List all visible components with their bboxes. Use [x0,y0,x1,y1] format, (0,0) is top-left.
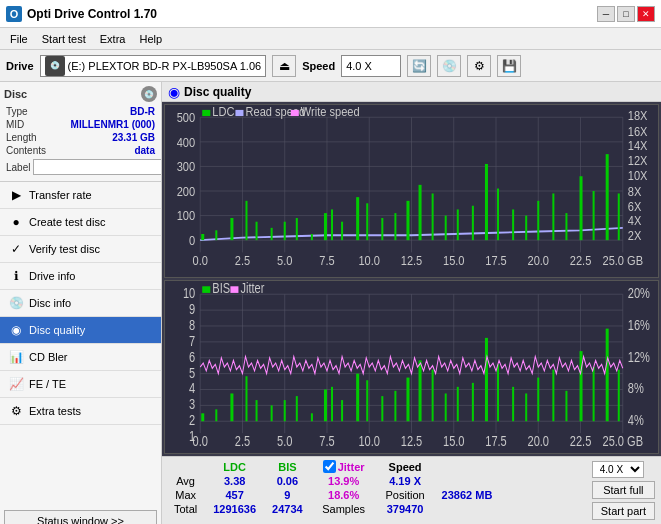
menu-start-test[interactable]: Start test [36,31,92,47]
svg-rect-107 [245,376,247,421]
position-label: Position [377,488,434,502]
svg-rect-27 [324,213,327,240]
sidebar-item-label: Create test disc [29,216,105,228]
close-button[interactable]: ✕ [637,6,655,22]
svg-text:8X: 8X [628,184,642,199]
svg-rect-116 [356,374,359,422]
max-row: Max 457 9 18.6% Position 23862 MB [166,488,500,502]
samples-val: 379470 [377,502,434,516]
save-button[interactable]: 💾 [497,55,521,77]
total-ldc: 1291636 [205,502,264,516]
menu-help[interactable]: Help [133,31,168,47]
sidebar-item-verify-test-disc[interactable]: ✓ Verify test disc [0,236,161,263]
svg-rect-30 [356,197,359,240]
status-window-button[interactable]: Status window >> [4,510,157,524]
speed-select[interactable]: 4.0 X [341,55,401,77]
stats-table: LDC BIS Jitter Speed [166,459,582,516]
svg-rect-23 [271,228,273,240]
sidebar-item-disc-info[interactable]: 💿 Disc info [0,290,161,317]
start-full-button[interactable]: Start full [592,481,655,499]
svg-rect-123 [445,393,447,421]
svg-rect-24 [284,222,286,240]
speed-dropdown: 4.0 X 2.0 X 1.0 X [592,461,655,478]
svg-text:6X: 6X [628,199,642,214]
svg-text:0.0: 0.0 [193,253,208,268]
svg-text:500: 500 [177,110,196,125]
svg-text:7.5: 7.5 [319,433,334,450]
svg-rect-38 [457,209,459,240]
svg-text:2.5: 2.5 [235,433,250,450]
svg-text:4: 4 [189,380,195,397]
svg-rect-124 [457,387,459,421]
speed-select-dropdown[interactable]: 4.0 X 2.0 X 1.0 X [592,461,644,478]
drive-value: (E:) PLEXTOR BD-R PX-LB950SA 1.06 [68,60,262,72]
sidebar-item-extra-tests[interactable]: ⚙ Extra tests [0,398,161,425]
sidebar-item-label: Disc info [29,297,71,309]
svg-rect-104 [201,413,204,421]
svg-text:16%: 16% [628,316,651,333]
svg-text:14X: 14X [628,138,648,153]
content-area: Disc 💿 Type BD-R MID MILLENMR1 (000) Len… [0,82,661,524]
svg-rect-115 [341,400,343,421]
svg-rect-47 [580,176,583,240]
svg-rect-81 [291,110,299,116]
bis-chart: 10 9 8 7 6 5 4 3 2 1 20% 16% 12% [164,280,659,454]
cd-bler-icon: 📊 [8,349,24,365]
max-bis: 9 [264,488,311,502]
svg-rect-106 [230,393,233,421]
svg-rect-127 [497,364,499,421]
sidebar-item-label: Transfer rate [29,189,92,201]
disc-quality-icon: ◉ [8,322,24,338]
sidebar-item-transfer-rate[interactable]: ▶ Transfer rate [0,182,161,209]
sidebar-item-fe-te[interactable]: 📈 FE / TE [0,371,161,398]
svg-rect-37 [445,216,447,241]
start-part-button[interactable]: Start part [592,502,655,520]
col-ldc: LDC [205,459,264,474]
maximize-button[interactable]: □ [617,6,635,22]
svg-text:8: 8 [189,316,195,333]
titlebar-left: O Opti Drive Control 1.70 [6,6,157,22]
svg-rect-44 [537,201,539,240]
minimize-button[interactable]: ─ [597,6,615,22]
drive-select[interactable]: 💿 (E:) PLEXTOR BD-R PX-LB950SA 1.06 [40,55,267,77]
settings-button[interactable]: ⚙ [467,55,491,77]
label-input[interactable] [33,159,162,175]
disc-info-icon: 💿 [8,295,24,311]
svg-text:10.0: 10.0 [358,253,380,268]
length-label: Length [6,132,37,143]
sidebar-item-cd-bler[interactable]: 📊 CD Bler [0,344,161,371]
disc-button[interactable]: 💿 [437,55,461,77]
svg-rect-125 [472,383,474,421]
avg-label: Avg [166,474,205,488]
svg-rect-39 [472,206,474,240]
svg-rect-33 [394,213,396,240]
jitter-checkbox[interactable] [323,460,336,473]
main-content: Disc 💿 Type BD-R MID MILLENMR1 (000) Len… [0,82,661,524]
sidebar-item-disc-quality[interactable]: ◉ Disc quality [0,317,161,344]
sidebar-item-create-test-disc[interactable]: ● Create test disc [0,209,161,236]
svg-rect-113 [324,389,327,421]
svg-rect-49 [606,154,609,240]
svg-rect-108 [256,400,258,421]
mid-label: MID [6,119,24,130]
menu-extra[interactable]: Extra [94,31,132,47]
svg-text:10: 10 [183,285,195,302]
window-controls: ─ □ ✕ [597,6,655,22]
svg-rect-114 [331,387,333,421]
menu-file[interactable]: File [4,31,34,47]
stats-bar: LDC BIS Jitter Speed [162,456,661,524]
total-label: Total [166,502,205,516]
svg-rect-120 [406,378,409,422]
svg-text:17.5: 17.5 [485,433,507,450]
refresh-button[interactable]: 🔄 [407,55,431,77]
svg-rect-41 [497,189,499,241]
svg-text:12.5: 12.5 [401,433,423,450]
eject-button[interactable]: ⏏ [272,55,296,77]
disc-length-row: Length 23.31 GB [4,131,157,144]
charts-container: 500 400 300 200 100 0 18X 16X 14X 12X 10… [162,102,661,456]
sidebar-item-drive-info[interactable]: ℹ Drive info [0,263,161,290]
svg-rect-112 [311,413,313,421]
drive-icon: 💿 [45,56,65,76]
chart-header: ◉ Disc quality [162,82,661,102]
svg-text:2X: 2X [628,228,642,243]
